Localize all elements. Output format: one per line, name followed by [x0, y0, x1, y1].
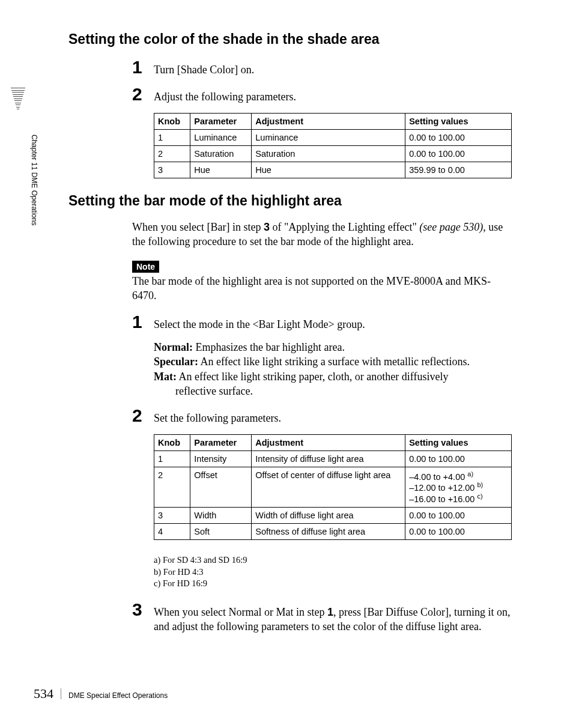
- page-number: 534: [34, 686, 53, 702]
- table-footnotes: a) For SD 4:3 and SD 16:9 b) For HD 4:3 …: [154, 554, 513, 590]
- cell-param: Saturation: [190, 145, 252, 162]
- section-intro-paragraph: When you select [Bar] in step 3 of "Appl…: [132, 220, 513, 249]
- cell-knob: 3: [154, 508, 190, 524]
- section-heading-shade-color: Setting the color of the shade in the sh…: [68, 31, 513, 47]
- note-text: The bar mode of the highlight area is no…: [132, 274, 513, 303]
- cell-knob: 1: [154, 450, 190, 467]
- table-header-row: Knob Parameter Adjustment Setting values: [154, 113, 512, 129]
- cell-param: Hue: [190, 162, 252, 178]
- page-footer: 534 DME Special Effect Operations: [34, 686, 168, 702]
- cell-setting: –4.00 to +4.00 a) –12.00 to +12.00 b) –1…: [405, 467, 512, 507]
- step-text: Adjust the following parameters.: [154, 89, 296, 104]
- mode-definition-list: Normal: Emphasizes the bar highlight are…: [154, 340, 513, 398]
- step-text: Turn [Shade Color] on.: [154, 62, 254, 77]
- cell-adjust: Intensity of diffuse light area: [252, 450, 405, 467]
- cell-setting: 0.00 to 100.00: [405, 145, 512, 162]
- step-text: When you select Normal or Mat in step 1,…: [154, 605, 513, 634]
- col-header-parameter: Parameter: [190, 113, 252, 129]
- cell-param: Luminance: [190, 129, 252, 145]
- bar-mode-parameter-table: Knob Parameter Adjustment Setting values…: [154, 434, 512, 540]
- col-header-knob: Knob: [154, 434, 190, 450]
- section-heading-bar-mode: Setting the bar mode of the highlight ar…: [68, 193, 513, 209]
- step-number: 2: [132, 407, 154, 425]
- cell-setting: 0.00 to 100.00: [405, 508, 512, 524]
- step-number: 2: [132, 85, 154, 103]
- cell-adjust: Saturation: [252, 145, 405, 162]
- cell-param: Width: [190, 508, 252, 524]
- footer-section-title: DME Special Effect Operations: [68, 691, 168, 700]
- cell-param: Soft: [190, 524, 252, 540]
- cell-knob: 4: [154, 524, 190, 540]
- step-text: Set the following parameters.: [154, 411, 281, 425]
- cell-adjust: Luminance: [252, 129, 405, 145]
- cell-adjust: Offset of center of diffuse light area: [252, 467, 405, 507]
- cell-adjust: Hue: [252, 162, 405, 178]
- cell-setting: 0.00 to 100.00: [405, 450, 512, 467]
- table-row: 3 Hue Hue 359.99 to 0.00: [154, 162, 512, 178]
- cell-adjust: Softness of diffuse light area: [252, 524, 405, 540]
- table-row: 4 Soft Softness of diffuse light area 0.…: [154, 524, 512, 540]
- cell-param: Offset: [190, 467, 252, 507]
- col-header-adjustment: Adjustment: [252, 113, 405, 129]
- col-header-adjustment: Adjustment: [252, 434, 405, 450]
- cell-setting: 0.00 to 100.00: [405, 129, 512, 145]
- cell-knob: 2: [154, 467, 190, 507]
- cell-param: Intensity: [190, 450, 252, 467]
- table-row: 2 Offset Offset of center of diffuse lig…: [154, 467, 512, 507]
- cell-knob: 2: [154, 145, 190, 162]
- step-text: Select the mode in the <Bar Light Mode> …: [154, 317, 365, 332]
- shade-color-parameter-table: Knob Parameter Adjustment Setting values…: [154, 113, 512, 178]
- col-header-parameter: Parameter: [190, 434, 252, 450]
- cell-setting: 359.99 to 0.00: [405, 162, 512, 178]
- col-header-setting-values: Setting values: [405, 113, 512, 129]
- table-row: 1 Luminance Luminance 0.00 to 100.00: [154, 129, 512, 145]
- step-number: 1: [132, 313, 154, 331]
- step-number: 3: [132, 601, 154, 619]
- table-row: 2 Saturation Saturation 0.00 to 100.00: [154, 145, 512, 162]
- step-number: 1: [132, 58, 154, 76]
- cell-knob: 3: [154, 162, 190, 178]
- note-badge: Note: [132, 261, 159, 273]
- table-header-row: Knob Parameter Adjustment Setting values: [154, 434, 512, 450]
- table-row: 3 Width Width of diffuse light area 0.00…: [154, 508, 512, 524]
- footer-divider-icon: [61, 688, 61, 699]
- chapter-sidebar-label: Chapter 11 DME Operations: [30, 135, 38, 225]
- cell-adjust: Width of diffuse light area: [252, 508, 405, 524]
- col-header-knob: Knob: [154, 113, 190, 129]
- table-row: 1 Intensity Intensity of diffuse light a…: [154, 450, 512, 467]
- cell-setting: 0.00 to 100.00: [405, 524, 512, 540]
- binding-decoration-icon: [11, 88, 25, 111]
- cell-knob: 1: [154, 129, 190, 145]
- col-header-setting-values: Setting values: [405, 434, 512, 450]
